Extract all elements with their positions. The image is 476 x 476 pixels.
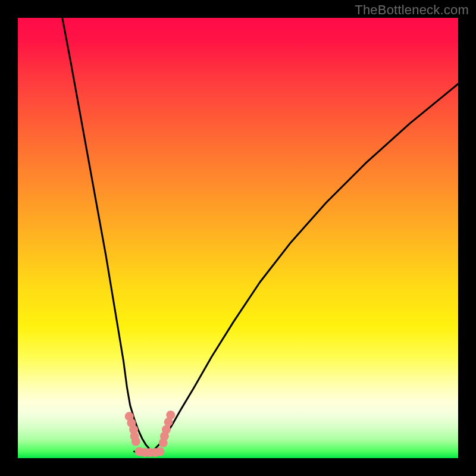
marker-dot xyxy=(131,437,140,446)
series-right-curve xyxy=(152,84,458,450)
series-group xyxy=(62,18,458,453)
chart-container: TheBottleneck.com xyxy=(0,0,476,476)
watermark-text: TheBottleneck.com xyxy=(355,2,469,18)
marker-dot xyxy=(162,425,171,434)
series-left-curve xyxy=(62,18,152,450)
plot-area xyxy=(18,18,458,458)
markers-group xyxy=(125,411,176,457)
marker-dot xyxy=(166,411,175,419)
curves-layer xyxy=(18,18,458,458)
marker-dot xyxy=(156,447,165,456)
